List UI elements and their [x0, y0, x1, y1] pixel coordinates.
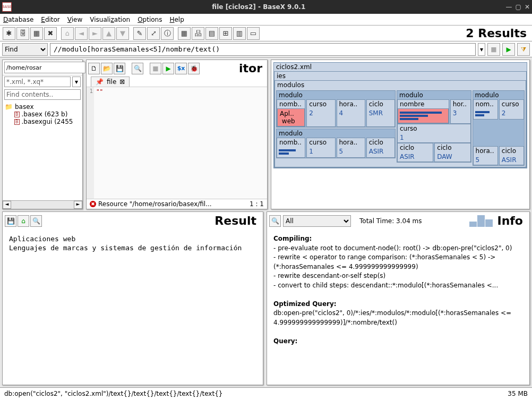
edit-icon[interactable]: ✎: [133, 27, 146, 40]
forward-icon[interactable]: ►: [89, 27, 101, 40]
file-label: .basexgui (2455: [22, 118, 73, 125]
file-filter-input[interactable]: [4, 77, 71, 87]
file-item[interactable]: B.basexgui (2455: [14, 118, 80, 125]
result-body[interactable]: Aplicaciones web Lenguajes de marcas y s…: [3, 230, 263, 385]
search-in-editor-icon[interactable]: 🔍: [132, 63, 143, 74]
file-icon: B: [14, 112, 20, 117]
editor-text[interactable]: "": [94, 87, 267, 199]
map-view-icon[interactable]: ▤: [205, 27, 218, 40]
folder-icon: 📁: [5, 103, 13, 111]
searchbar: Find ▾ ■ ▶ ⧩: [0, 41, 532, 57]
info-title: Info: [497, 214, 527, 227]
menu-editor[interactable]: Editor: [41, 16, 60, 23]
run-icon[interactable]: ▶: [502, 43, 515, 56]
up-icon[interactable]: ▲: [102, 27, 115, 40]
viz-root[interactable]: ciclos2.xml ies modulos modulo nomb..Apl…: [273, 62, 527, 168]
close-tab-icon[interactable]: ⊠: [119, 78, 125, 86]
compiling-heading: Compiling:: [273, 235, 312, 242]
query-input[interactable]: [50, 43, 476, 56]
file-icon: B: [14, 119, 20, 125]
menubar: Database Editor View Visualization Optio…: [0, 14, 532, 26]
file-item[interactable]: B.basex (623 b): [14, 111, 80, 118]
optimized-query-text: db:open-pre("ciclos2", 0)/*:ies/*:modulo…: [273, 309, 513, 326]
table-view-icon[interactable]: ▦: [178, 27, 191, 40]
app-icon: BASE: [2, 2, 12, 12]
editor-tab[interactable]: 📌 file ⊠: [91, 77, 130, 87]
search-mode-select[interactable]: Find: [2, 43, 48, 56]
close-button[interactable]: ✕: [525, 3, 530, 11]
query-heading: Query:: [273, 337, 297, 345]
cursor-pos: 1 : 1: [250, 200, 264, 208]
back-icon[interactable]: ◄: [75, 27, 88, 40]
open-file-icon[interactable]: 📂: [101, 63, 113, 74]
explorer-icon[interactable]: ▥: [233, 27, 246, 40]
file-browser-panel: ⬆ 📂 ▾ 📁basex B.basex (623 b) B.basexgui …: [2, 60, 83, 209]
editor-status: ✖ Resource "/home/rosario/basex/fil... 1…: [87, 199, 267, 209]
compiling-text: - pre-evaluate root to document-node(): …: [273, 244, 512, 289]
info-icon[interactable]: ⓘ: [161, 27, 174, 40]
folder-item[interactable]: 📁basex: [5, 103, 80, 111]
visualization-panel: ciclos2.xml ies modulos modulo nomb..Apl…: [271, 60, 530, 209]
run-editor-icon[interactable]: ▶: [162, 63, 174, 74]
info-filter-select[interactable]: All: [283, 215, 351, 227]
minimize-button[interactable]: —: [506, 3, 512, 11]
down-icon[interactable]: ▼: [116, 27, 129, 40]
save-result-icon[interactable]: 💾: [5, 215, 16, 227]
stop2-icon[interactable]: ■: [150, 63, 161, 74]
expand-icon[interactable]: ⤢: [147, 27, 160, 40]
timeline-bars: [469, 215, 493, 227]
var-icon[interactable]: $x: [175, 63, 187, 74]
toolbar: ✱ 🗄 ▦ ✖ ⌂ ◄ ► ▲ ▼ ✎ ⤢ ⓘ ▦ 品 ▤ ⊞ ▥ ▭ 2 Re…: [0, 26, 532, 41]
file-tree: 📁basex B.basex (623 b) B.basexgui (2455: [3, 101, 82, 200]
home-result-icon[interactable]: ⌂: [18, 215, 29, 227]
save-file-icon[interactable]: 💾: [114, 63, 125, 74]
editor-title: itor: [201, 62, 265, 75]
memory-usage: 35 MB: [508, 390, 528, 397]
menu-visualization[interactable]: Visualization: [90, 16, 130, 23]
result-title: Result: [43, 214, 261, 227]
pin-icon: 📌: [96, 78, 104, 86]
open-db-icon[interactable]: 🗄: [16, 27, 29, 40]
stop-icon[interactable]: ■: [487, 43, 500, 56]
menu-help[interactable]: Help: [169, 16, 184, 23]
new-db-icon[interactable]: ✱: [3, 27, 15, 40]
home-icon[interactable]: ⌂: [61, 27, 74, 40]
editor-panel: 🗋 📂 💾 🔍 ■ ▶ $x 🐞 itor 📌 file ⊠: [86, 60, 268, 209]
maximize-button[interactable]: ▢: [516, 3, 521, 11]
result-panel: 💾 ⌂ 🔍 Result Aplicaciones web Lenguajes …: [2, 211, 263, 385]
horizontal-scrollbar[interactable]: ◄►: [3, 200, 82, 209]
grid-icon[interactable]: ▦: [30, 27, 43, 40]
status-path: db:open("ciclos2", "ciclos2.xml")/text{}…: [4, 390, 222, 397]
optimized-query-heading: Optimized Query:: [273, 300, 337, 308]
editor-gutter: 1: [87, 87, 94, 199]
filter-dropdown-icon[interactable]: ▾: [72, 77, 81, 87]
menu-view[interactable]: View: [67, 16, 82, 23]
text-view-icon[interactable]: ▭: [247, 27, 260, 40]
status-bar: db:open("ciclos2", "ciclos2.xml")/text{}…: [0, 387, 532, 399]
window-title: file [ciclos2] - BaseX 9.0.1: [12, 3, 506, 11]
error-icon: ✖: [90, 201, 96, 207]
folder-label: basex: [15, 103, 34, 111]
search-info-icon[interactable]: 🔍: [269, 215, 281, 227]
menu-options[interactable]: Options: [138, 16, 162, 23]
close-db-icon[interactable]: ✖: [44, 27, 57, 40]
total-time: Total Time: 3.04 ms: [359, 217, 422, 225]
filter-icon[interactable]: ⧩: [517, 43, 530, 56]
menu-database[interactable]: Database: [3, 16, 33, 23]
search-result-icon[interactable]: 🔍: [30, 215, 42, 227]
new-file-icon[interactable]: 🗋: [88, 63, 100, 74]
plot-view-icon[interactable]: ⊞: [219, 27, 232, 40]
tab-label: file: [107, 78, 116, 86]
path-input[interactable]: [4, 62, 85, 73]
titlebar: BASE file [ciclos2] - BaseX 9.0.1 — ▢ ✕: [0, 0, 532, 14]
editor-body[interactable]: 1 "": [87, 87, 267, 199]
debug-icon[interactable]: 🐞: [188, 63, 200, 74]
status-text: Resource "/home/rosario/basex/fil...: [98, 200, 212, 208]
history-dropdown-icon[interactable]: ▾: [478, 43, 485, 56]
tree-view-icon[interactable]: 品: [192, 27, 204, 40]
info-panel: 🔍 All Total Time: 3.04 ms Info Compiling…: [267, 211, 530, 385]
results-count: 2 Results: [466, 27, 527, 40]
file-label: .basex (623 b): [22, 111, 68, 118]
find-contents-input[interactable]: [4, 89, 81, 100]
info-body[interactable]: Compiling: - pre-evaluate root to docume…: [267, 230, 529, 385]
